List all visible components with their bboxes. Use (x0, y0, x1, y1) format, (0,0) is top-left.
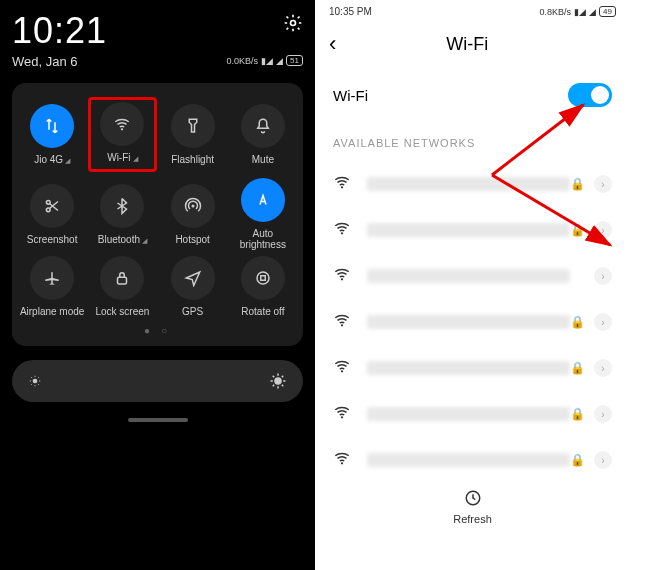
svg-point-14 (341, 416, 343, 418)
brightness-slider[interactable] (12, 360, 303, 402)
svg-point-12 (341, 324, 343, 326)
network-name-blurred (367, 407, 570, 421)
svg-point-13 (341, 370, 343, 372)
qs-tile-label: Flashlight (171, 154, 214, 165)
wifi-signal-icon (333, 219, 353, 241)
auto-a-icon[interactable] (241, 178, 285, 222)
available-networks-header: AVAILABLE NETWORKS (333, 137, 612, 149)
qs-tile-screenshot[interactable]: Screenshot (18, 178, 86, 250)
svg-point-11 (341, 278, 343, 280)
lock-icon: 🔒 (570, 315, 584, 329)
wifi-signal-icon (333, 403, 353, 425)
lock-icon[interactable] (100, 256, 144, 300)
svg-point-1 (121, 128, 123, 130)
wifi-toggle[interactable] (568, 83, 612, 107)
qs-tile-hotspot[interactable]: Hotspot (159, 178, 227, 250)
qs-tile-label: Jio 4G◢ (34, 154, 70, 165)
battery-indicator: 51 (286, 55, 303, 66)
qs-tile-auto-brightness[interactable]: Auto brightness (229, 178, 297, 250)
svg-point-7 (33, 379, 38, 384)
chevron-right-icon[interactable]: › (594, 405, 612, 423)
page-dots: ● ○ (18, 325, 297, 336)
qs-tile-mute[interactable]: Mute (229, 97, 297, 172)
chevron-right-icon[interactable]: › (594, 313, 612, 331)
qs-tile-bluetooth[interactable]: Bluetooth◢ (88, 178, 156, 250)
chevron-right-icon[interactable]: › (594, 451, 612, 469)
data-speed: 0.8KB/s (540, 7, 572, 17)
data-arrows-icon[interactable] (30, 104, 74, 148)
qs-tile-label: Wi-Fi◢ (107, 152, 137, 163)
network-name-blurred (367, 361, 570, 375)
gps-icon[interactable] (171, 256, 215, 300)
signal-icon: ▮◢ (261, 56, 273, 66)
network-row[interactable]: › (329, 253, 616, 299)
network-row[interactable]: 🔒› (329, 207, 616, 253)
bluetooth-icon[interactable] (100, 184, 144, 228)
qs-tile-airplane-mode[interactable]: Airplane mode (18, 256, 86, 317)
chevron-right-icon[interactable]: › (594, 267, 612, 285)
bell-icon[interactable] (241, 104, 285, 148)
settings-gear-icon[interactable] (283, 13, 303, 33)
back-button[interactable]: ‹ (329, 31, 336, 57)
page-title: Wi-Fi (344, 34, 590, 55)
qs-tile-label: Auto brightness (229, 228, 297, 250)
network-name-blurred (367, 315, 570, 329)
wifi-toggle-label: Wi-Fi (333, 87, 368, 104)
qs-tile-label: Rotate off (241, 306, 284, 317)
qs-tile-gps[interactable]: GPS (159, 256, 227, 317)
lockscreen-header: 10:21 Wed, Jan 6 0.0KB/s ▮◢ ◢ 51 (12, 10, 303, 69)
date: Wed, Jan 6 (12, 54, 107, 69)
svg-point-0 (291, 21, 296, 26)
network-name-blurred (367, 223, 570, 237)
lock-icon: 🔒 (570, 407, 584, 421)
plane-icon[interactable] (30, 256, 74, 300)
lock-icon: 🔒 (570, 177, 584, 191)
network-row[interactable]: 🔒› (329, 391, 616, 437)
signal-icon: ▮◢ (574, 7, 586, 17)
qs-tile-rotate-off[interactable]: Rotate off (229, 256, 297, 317)
quick-settings-grid: Jio 4G◢Wi-Fi◢FlashlightMuteScreenshotBlu… (12, 83, 303, 346)
network-row[interactable]: 🔒› (329, 161, 616, 207)
home-indicator[interactable] (128, 418, 188, 422)
scissors-icon[interactable] (30, 184, 74, 228)
qs-tile-lock-screen[interactable]: Lock screen (88, 256, 156, 317)
wifi-signal-icon (333, 449, 353, 471)
lock-icon: 🔒 (570, 361, 584, 375)
lock-icon: 🔒 (570, 453, 584, 467)
status-bar: 10:35 PM 0.8KB/s ▮◢ ◢ 49 (329, 6, 616, 17)
svg-point-10 (341, 232, 343, 234)
network-row[interactable]: 🔒› (329, 345, 616, 391)
svg-point-2 (47, 200, 51, 204)
clock: 10:21 (12, 10, 107, 52)
refresh-icon[interactable] (464, 489, 482, 507)
svg-point-4 (191, 204, 194, 207)
hotspot-icon[interactable] (171, 184, 215, 228)
network-row[interactable]: 🔒› (329, 299, 616, 345)
wifi-signal-icon (333, 357, 353, 379)
svg-point-3 (47, 207, 51, 211)
qs-tile-jio-4g[interactable]: Jio 4G◢ (18, 97, 86, 172)
wifi-signal-icon (333, 265, 353, 287)
network-name-blurred (367, 177, 570, 191)
chevron-right-icon[interactable]: › (594, 221, 612, 239)
svg-point-15 (341, 462, 343, 464)
svg-point-9 (341, 186, 343, 188)
wifi-signal-icon (333, 173, 353, 195)
qs-tile-label: Airplane mode (20, 306, 84, 317)
battery-indicator: 49 (599, 6, 616, 17)
network-row[interactable]: 🔒› (329, 437, 616, 483)
qs-tile-label: Screenshot (27, 234, 78, 245)
flashlight-icon[interactable] (171, 104, 215, 148)
wifi-icon[interactable] (100, 102, 144, 146)
brightness-low-icon (28, 374, 42, 388)
refresh-label[interactable]: Refresh (329, 513, 616, 525)
qs-tile-wi-fi[interactable]: Wi-Fi◢ (88, 97, 156, 172)
rotate-icon[interactable] (241, 256, 285, 300)
signal-icon: ◢ (276, 56, 283, 66)
chevron-right-icon[interactable]: › (594, 175, 612, 193)
qs-tile-flashlight[interactable]: Flashlight (159, 97, 227, 172)
svg-point-8 (274, 377, 282, 385)
svg-point-6 (257, 272, 269, 284)
data-speed: 0.0KB/s (227, 56, 259, 66)
chevron-right-icon[interactable]: › (594, 359, 612, 377)
